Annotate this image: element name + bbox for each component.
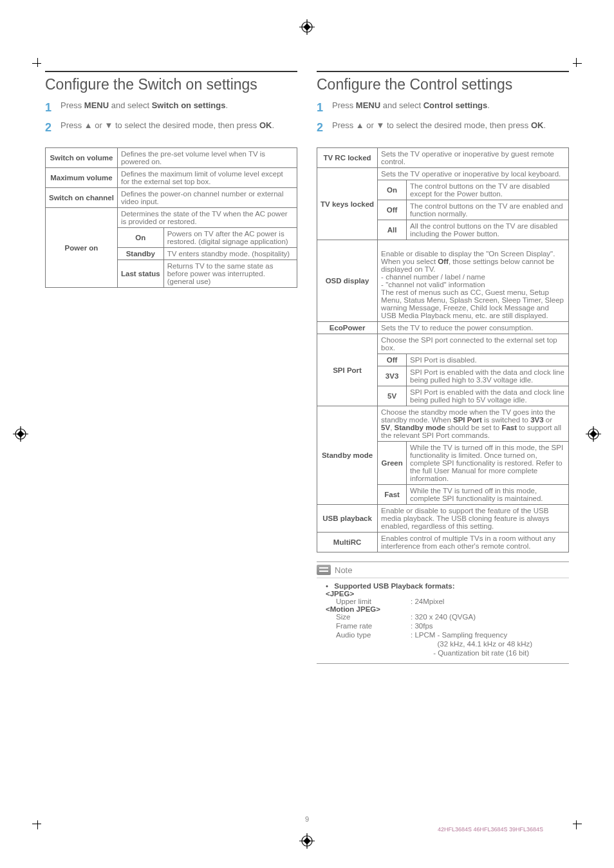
- registration-mark-icon: [299, 19, 315, 35]
- note-key: Upper limit: [336, 598, 407, 605]
- table-row: Switch on channel Defines the power-on c…: [46, 188, 297, 208]
- crop-mark-icon: [569, 816, 582, 829]
- note-value: (32 kHz, 44.1 kHz or 48 kHz): [411, 640, 566, 648]
- option-name: Off: [378, 200, 407, 220]
- table-row: OSD display Enable or disable to display…: [317, 240, 569, 322]
- left-heading: Configure the Switch on settings: [45, 71, 297, 93]
- svg-rect-3: [17, 430, 24, 437]
- row-intro: Sets the TV operative or inoperative by …: [378, 168, 569, 180]
- row-desc: Sets the TV operative or inoperative by …: [378, 148, 569, 168]
- option-desc: Powers on TV after the AC power is resto…: [163, 228, 297, 248]
- registration-mark-icon: [586, 426, 601, 442]
- table-row: Power on Determines the state of the TV …: [46, 208, 297, 228]
- note-key: [336, 649, 407, 657]
- step: 1 Press MENU and select Switch on settin…: [45, 100, 297, 116]
- step-number: 1: [317, 100, 327, 116]
- step-text: Press MENU and select Control settings.: [332, 100, 490, 111]
- note-box: Note Supported USB Playback formats: <JP…: [317, 561, 569, 664]
- row-head: MultiRC: [317, 533, 378, 552]
- left-steps: 1 Press MENU and select Switch on settin…: [45, 100, 297, 136]
- row-desc: Defines the pre-set volume level when TV…: [117, 148, 297, 168]
- step-number: 2: [45, 120, 55, 136]
- step-number: 2: [317, 120, 327, 136]
- option-name: 5V: [378, 386, 407, 406]
- row-intro: Choose the standby mode when the TV goes…: [378, 406, 569, 442]
- note-key: [336, 640, 407, 648]
- option-desc: SPI Port is enabled with the data and cl…: [407, 386, 569, 406]
- switch-on-settings-table: Switch on volume Defines the pre-set vol…: [45, 147, 297, 288]
- note-body: Supported USB Playback formats: <JPEG> U…: [317, 578, 569, 663]
- option-desc: The control buttons on the TV are disabl…: [407, 180, 569, 200]
- row-head: Switch on volume: [46, 148, 118, 168]
- note-lead: Supported USB Playback formats: <JPEG> U…: [326, 582, 566, 657]
- row-desc: Enable or disable to support the feature…: [378, 505, 569, 533]
- table-row: Switch on volume Defines the pre-set vol…: [46, 148, 297, 168]
- option-name: Green: [378, 442, 407, 485]
- row-desc: Enable or disable to display the "On Scr…: [378, 240, 569, 322]
- row-head: Switch on channel: [46, 188, 118, 208]
- row-head: USB playback: [317, 505, 378, 533]
- option-desc: The control buttons on the TV are enable…: [407, 200, 569, 220]
- option-desc: TV enters standby mode. (hospitality): [163, 248, 297, 260]
- step-text: Press ▲ or ▼ to select the desired mode,…: [60, 120, 274, 131]
- step: 2 Press ▲ or ▼ to select the desired mod…: [45, 120, 297, 136]
- row-intro: Determines the state of the TV when the …: [117, 208, 297, 228]
- option-desc: While the TV is turned off in this mode,…: [407, 442, 569, 485]
- note-icon: [317, 565, 331, 575]
- registration-mark-icon: [13, 426, 28, 442]
- row-desc: Defines the maximum limit of volume leve…: [117, 168, 297, 188]
- row-intro: Choose the SPI port connected to the ext…: [378, 334, 569, 354]
- step-text: Press ▲ or ▼ to select the desired mode,…: [332, 120, 546, 131]
- option-name: Fast: [378, 485, 407, 505]
- right-heading: Configure the Control settings: [317, 71, 569, 93]
- left-column: Configure the Switch on settings 1 Press…: [45, 71, 297, 664]
- note-key: Audio type: [336, 631, 407, 639]
- note-value: - Quantization bit rate (16 bit): [411, 649, 566, 657]
- step: 2 Press ▲ or ▼ to select the desired mod…: [317, 120, 569, 136]
- note-value: : 30fps: [411, 622, 566, 630]
- table-row: USB playback Enable or disable to suppor…: [317, 505, 569, 533]
- option-name: All: [378, 220, 407, 240]
- row-desc: Defines the power-on channel number or e…: [117, 188, 297, 208]
- registration-mark-icon: [299, 833, 315, 849]
- control-settings-table: TV RC locked Sets the TV operative or in…: [317, 147, 569, 552]
- right-steps: 1 Press MENU and select Control settings…: [317, 100, 569, 136]
- row-head: EcoPower: [317, 322, 378, 334]
- step-number: 1: [45, 100, 55, 116]
- row-head: Standby mode: [317, 406, 378, 505]
- table-row: SPI Port Choose the SPI port connected t…: [317, 334, 569, 354]
- note-key: Frame rate: [336, 622, 407, 630]
- note-value: : 320 x 240 (QVGA): [411, 613, 566, 621]
- model-numbers: 42HFL3684S 46HFL3684S 39HFL3684S: [438, 826, 543, 833]
- row-head: Power on: [46, 208, 118, 288]
- table-row: Standby mode Choose the standby mode whe…: [317, 406, 569, 442]
- row-head: TV RC locked: [317, 148, 378, 168]
- crop-mark-icon: [569, 58, 582, 71]
- step-text: Press MENU and select Switch on settings…: [60, 100, 228, 111]
- note-value: : 24Mpixel: [411, 598, 566, 605]
- page-number: 9: [305, 815, 309, 823]
- row-head: SPI Port: [317, 334, 378, 406]
- svg-rect-5: [590, 430, 597, 437]
- crop-mark-icon: [32, 58, 45, 71]
- svg-rect-7: [303, 837, 310, 844]
- option-name: Off: [378, 354, 407, 366]
- row-head: OSD display: [317, 240, 378, 322]
- option-name: On: [117, 228, 163, 248]
- option-desc: While the TV is turned off in this mode,…: [407, 485, 569, 505]
- option-desc: Returns TV to the same state as before p…: [163, 260, 297, 288]
- option-name: Last status: [117, 260, 163, 288]
- note-title: Note: [335, 565, 352, 575]
- svg-rect-1: [303, 23, 310, 30]
- option-desc: All the control buttons on the TV are di…: [407, 220, 569, 240]
- table-row: EcoPower Sets the TV to reduce the power…: [317, 322, 569, 334]
- table-row: Maximum volume Defines the maximum limit…: [46, 168, 297, 188]
- option-name: On: [378, 180, 407, 200]
- option-name: Standby: [117, 248, 163, 260]
- option-desc: SPI Port is enabled with the data and cl…: [407, 366, 569, 386]
- row-desc: Sets the TV to reduce the power consumpt…: [378, 322, 569, 334]
- table-row: TV RC locked Sets the TV operative or in…: [317, 148, 569, 168]
- option-desc: SPI Port is disabled.: [407, 354, 569, 366]
- note-value: : LPCM - Sampling frequency: [411, 631, 566, 639]
- row-desc: Enables control of multiple TVs in a roo…: [378, 533, 569, 552]
